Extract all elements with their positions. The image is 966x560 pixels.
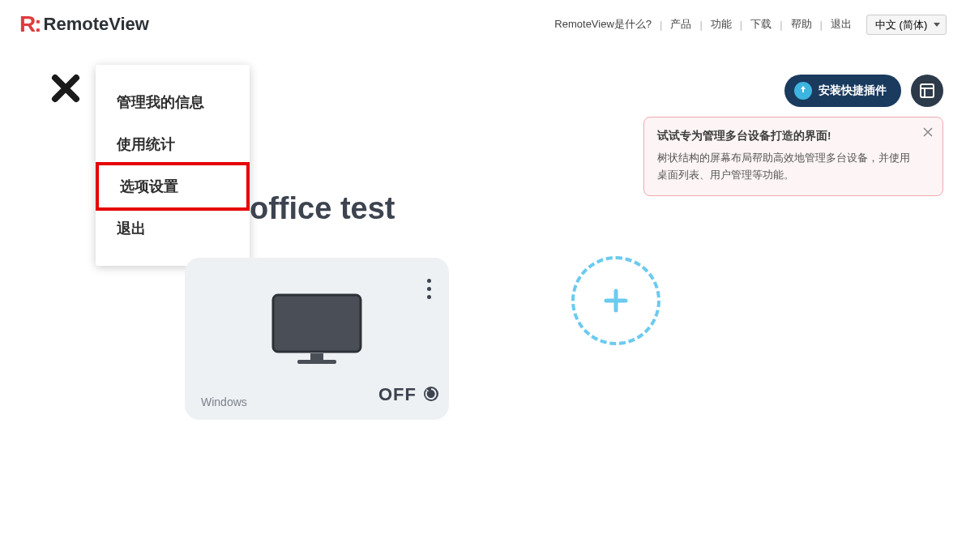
refresh-icon[interactable] (423, 386, 439, 402)
tip-title: 试试专为管理多台设备打造的界面! (657, 129, 913, 143)
dropdown-logout[interactable]: 退出 (96, 207, 250, 250)
logo-mark-icon: R: (19, 11, 41, 37)
page-title: office test (250, 191, 395, 226)
top-nav: RemoteView是什么?| 产品| 功能| 下载| 帮助| 退出 中文 (简… (554, 15, 947, 35)
plus-icon (602, 287, 630, 314)
tip-body: 树状结构的屏幕布局帮助高效地管理多台设备，并使用桌面列表、用户管理等功能。 (657, 150, 913, 184)
svg-rect-0 (921, 84, 934, 97)
device-card[interactable]: Windows OFF (185, 258, 449, 420)
tip-card: 试试专为管理多台设备打造的界面! 树状结构的屏幕布局帮助高效地管理多台设备，并使… (643, 117, 943, 196)
nav-download[interactable]: 下载 (750, 17, 772, 32)
header: R: RemoteView RemoteView是什么?| 产品| 功能| 下载… (0, 0, 966, 49)
svg-rect-3 (273, 295, 361, 352)
svg-rect-4 (310, 353, 323, 360)
nav-features[interactable]: 功能 (711, 17, 732, 32)
install-plugin-button[interactable]: 安装快捷插件 (784, 75, 901, 107)
dropdown-option-settings[interactable]: 选项设置 (96, 162, 250, 211)
svg-rect-5 (297, 360, 336, 364)
language-selector-wrap: 中文 (简体) (866, 15, 947, 35)
plugin-icon (794, 82, 812, 100)
close-icon (50, 73, 81, 104)
device-state-label: OFF (378, 384, 417, 405)
close-icon (923, 127, 933, 137)
logo-text: RemoteView (44, 14, 149, 35)
device-more-button[interactable] (427, 279, 431, 299)
logo[interactable]: R: RemoteView (19, 11, 149, 37)
dropdown-manage-info[interactable]: 管理我的信息 (96, 81, 250, 123)
nav-help[interactable]: 帮助 (791, 17, 812, 32)
dropdown-usage-stats[interactable]: 使用统计 (96, 123, 250, 165)
tip-close-button[interactable] (923, 126, 933, 140)
monitor-icon (268, 290, 365, 371)
layout-icon (919, 83, 935, 99)
nav-what-is[interactable]: RemoteView是什么? (554, 17, 652, 32)
nav-product[interactable]: 产品 (670, 17, 691, 32)
layout-panel-button[interactable] (911, 75, 943, 107)
settings-dropdown: 管理我的信息 使用统计 选项设置 退出 (96, 65, 250, 266)
device-os-label: Windows (201, 395, 247, 408)
install-plugin-label: 安装快捷插件 (819, 83, 887, 98)
language-selector[interactable]: 中文 (简体) (866, 15, 947, 35)
add-device-button[interactable] (571, 256, 660, 345)
menu-close-button[interactable] (50, 73, 81, 107)
nav-logout[interactable]: 退出 (831, 17, 852, 32)
toolbar-right: 安装快捷插件 (784, 75, 943, 107)
